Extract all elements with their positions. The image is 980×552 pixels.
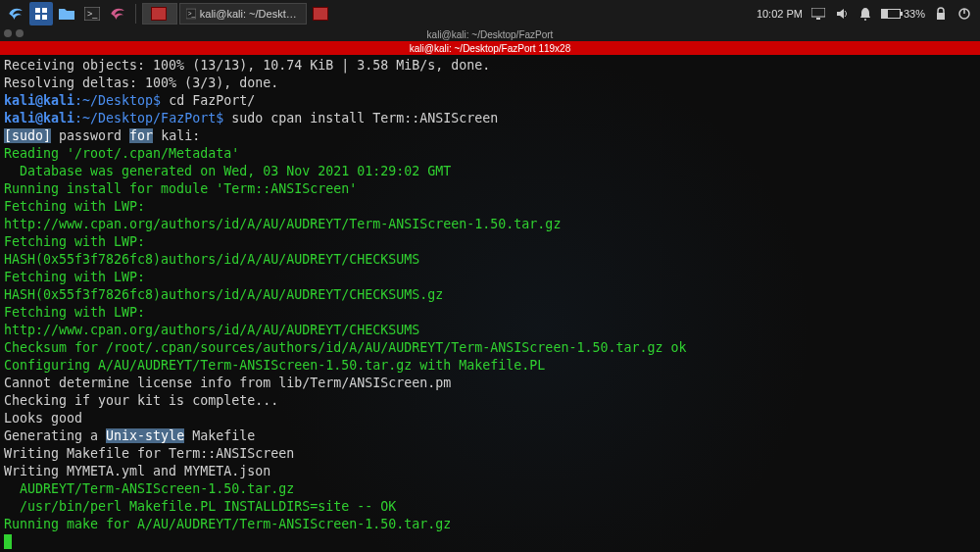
term-line: /usr/bin/perl Makefile.PL INSTALLDIRS=si… [4,499,396,514]
activities-icon[interactable] [29,2,53,25]
top-panel: >_ >_ kali@kali: ~/Desktop/Fa... 10:02 P… [0,0,980,27]
taskbar-button-2[interactable]: >_ kali@kali: ~/Desktop/Fa... [179,3,307,25]
term-prompt-user: kali@kali [4,111,74,125]
panel-right: 10:02 PM 33% [757,6,980,22]
terminal-window: kali@kali: ~/Desktop/FazPort kali@kali: … [0,27,980,552]
battery-icon [881,9,901,19]
lock-icon[interactable] [933,6,949,22]
terminal-small-icon: >_ [186,8,196,20]
kali-menu-icon[interactable] [4,2,27,25]
term-line: Unix-style [106,428,184,443]
window-titlebar[interactable]: kali@kali: ~/Desktop/FazPort [0,27,980,41]
term-line: http://www.cpan.org/authors/id/A/AU/AUDR… [4,323,419,337]
power-icon[interactable] [956,6,972,22]
term-line: [sudo] [4,128,51,143]
svg-rect-8 [811,8,825,17]
term-prompt-path: :~/Desktop$ [74,93,161,108]
svg-point-10 [864,19,866,21]
term-line: Checksum for /root/.cpan/sources/authors… [4,340,686,355]
svg-text:>_: >_ [87,9,98,19]
term-line: Running make for A/AU/AUDREYT/Term-ANSIS… [4,517,451,531]
term-line: Checking if your kit is complete... [4,393,278,408]
taskbar-button-1[interactable] [142,3,177,25]
window-max-icon[interactable] [16,29,24,37]
term-line: Writing MYMETA.yml and MYMETA.json [4,464,270,478]
panel-left: >_ >_ kali@kali: ~/Desktop/Fa... [0,2,328,25]
window-buttons [4,29,24,37]
term-line: Makefile [184,428,255,443]
taskbar-label-2: kali@kali: ~/Desktop/Fa... [200,8,300,20]
recording-indicator-icon[interactable] [313,7,328,21]
term-line: Fetching with LWP: [4,199,145,214]
term-line: Writing Makefile for Term::ANSIScreen [4,446,294,461]
files-icon[interactable] [55,2,78,25]
window-title: kali@kali: ~/Desktop/FazPort [427,29,554,40]
term-line: AUDREYT/Term-ANSIScreen-1.50.tar.gz [4,481,294,496]
term-prompt-path: :~/Desktop/FazPort$ [74,111,223,125]
term-cmd: cd FazPort/ [161,93,255,108]
term-line: Resolving deltas: 100% (3/3), done. [4,75,278,90]
svg-rect-11 [937,13,945,20]
terminal-tab-label: kali@kali: ~/Desktop/FazPort 119x28 [410,43,570,54]
window-min-icon[interactable] [4,29,12,37]
kali-tools-icon[interactable] [106,2,129,25]
volume-icon[interactable] [834,6,850,22]
panel-separator [135,4,136,24]
notifications-icon[interactable] [858,6,873,22]
term-line: Fetching with LWP: [4,234,145,249]
terminal-launcher-icon[interactable]: >_ [80,2,104,25]
cursor-icon [4,534,12,549]
svg-rect-9 [816,18,820,20]
terminal-body[interactable]: Receiving objects: 100% (13/13), 10.74 K… [0,55,980,552]
battery-percent: 33% [904,8,925,20]
term-line: HASH(0x55f3f7826fc8)authors/id/A/AU/AUDR… [4,252,419,267]
term-line: Fetching with LWP: [4,270,145,284]
term-line: Database was generated on Wed, 03 Nov 20… [4,164,451,178]
svg-rect-3 [42,15,47,20]
term-line: Looks good [4,411,82,426]
terminal-tab[interactable]: kali@kali: ~/Desktop/FazPort 119x28 [0,41,980,55]
term-line: http://www.cpan.org/authors/id/A/AU/AUDR… [4,217,561,231]
term-line: for [129,128,153,143]
term-line: Cannot determine license info from lib/T… [4,376,451,390]
workspace-thumb-icon [151,7,167,21]
term-line: Reading '/root/.cpan/Metadata' [4,146,239,161]
term-line: kali: [153,128,200,143]
term-line: Configuring A/AU/AUDREYT/Term-ANSIScreen… [4,358,545,373]
term-line: password [51,128,129,143]
svg-rect-2 [35,15,40,20]
term-line: Generating a [4,428,106,443]
svg-text:>_: >_ [188,10,196,18]
battery-indicator[interactable]: 33% [881,8,925,20]
term-prompt-user: kali@kali [4,93,74,108]
term-cmd: sudo cpan install Term::ANSIScreen [223,111,498,125]
display-icon[interactable] [810,6,826,22]
term-line: Fetching with LWP: [4,305,145,320]
battery-fill [882,10,888,18]
term-line: Receiving objects: 100% (13/13), 10.74 K… [4,58,490,73]
svg-rect-0 [35,8,40,13]
svg-rect-1 [42,8,47,13]
term-line: HASH(0x55f3f7826fc8)authors/id/A/AU/AUDR… [4,287,443,302]
term-line: Running install for module 'Term::ANSISc… [4,181,357,196]
clock[interactable]: 10:02 PM [757,8,803,20]
